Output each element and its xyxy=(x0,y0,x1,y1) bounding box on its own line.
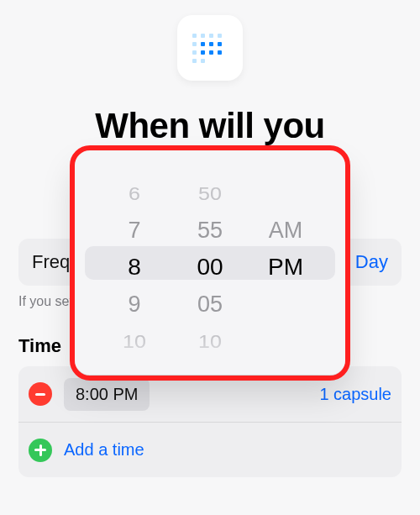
hour-option[interactable]: 5 xyxy=(97,160,172,166)
minute-option[interactable]: 45 xyxy=(172,160,248,166)
remove-time-button[interactable] xyxy=(29,382,52,406)
minute-option[interactable]: 10 xyxy=(172,325,248,356)
time-list: 8:00 PM 1 capsule Add a time xyxy=(18,366,402,477)
time-picker[interactable]: 5 6 7 8 9 10 11 45 50 55 00 05 10 15 xyxy=(75,151,345,375)
hour-wheel[interactable]: 5 6 7 8 9 10 11 xyxy=(97,160,172,375)
hour-option[interactable]: 10 xyxy=(97,325,172,356)
add-time-button[interactable] xyxy=(29,439,52,462)
period-wheel[interactable]: AM PM xyxy=(248,160,323,375)
minus-icon xyxy=(35,393,45,396)
time-section-label: Time xyxy=(18,335,61,357)
minute-selected[interactable]: 00 xyxy=(172,249,248,286)
minute-option[interactable]: 15 xyxy=(172,368,248,375)
add-time-row[interactable]: Add a time xyxy=(18,422,402,477)
hour-option[interactable]: 7 xyxy=(97,212,172,249)
page-title: When will you xyxy=(95,106,325,146)
add-time-label: Add a time xyxy=(64,440,144,460)
time-value: 8:00 PM xyxy=(76,385,138,403)
hour-option[interactable]: 6 xyxy=(97,177,172,208)
minute-option[interactable]: 55 xyxy=(172,212,248,249)
time-pill[interactable]: 8:00 PM xyxy=(64,378,150,411)
calendar-icon-tile xyxy=(177,15,243,81)
period-option[interactable]: AM xyxy=(248,212,323,249)
minute-option[interactable]: 50 xyxy=(172,177,248,208)
minute-wheel[interactable]: 45 50 55 00 05 10 15 xyxy=(172,160,248,375)
calendar-icon xyxy=(191,29,229,67)
hour-option[interactable]: 9 xyxy=(97,286,172,323)
hour-option[interactable]: 11 xyxy=(97,368,172,375)
dose-detail[interactable]: 1 capsule xyxy=(319,385,391,404)
period-selected[interactable]: PM xyxy=(248,249,323,286)
hour-selected[interactable]: 8 xyxy=(97,249,172,286)
minute-option[interactable]: 05 xyxy=(172,286,248,323)
bottom-fade xyxy=(0,481,420,515)
